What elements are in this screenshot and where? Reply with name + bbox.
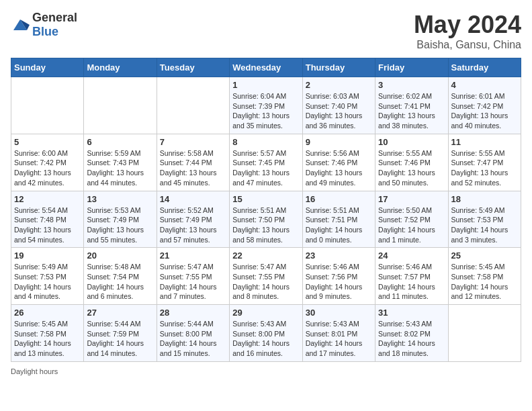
calendar-cell: 15Sunrise: 5:51 AM Sunset: 7:50 PM Dayli…: [230, 191, 302, 248]
calendar-cell: 10Sunrise: 5:55 AM Sunset: 7:46 PM Dayli…: [375, 134, 448, 191]
day-number: 26: [14, 308, 81, 318]
calendar-cell: 7Sunrise: 5:58 AM Sunset: 7:44 PM Daylig…: [157, 134, 229, 191]
calendar-cell: 12Sunrise: 5:54 AM Sunset: 7:48 PM Dayli…: [11, 191, 84, 248]
calendar-cell: 17Sunrise: 5:50 AM Sunset: 7:52 PM Dayli…: [375, 191, 448, 248]
day-number: 27: [87, 308, 153, 318]
day-info: Sunrise: 5:51 AM Sunset: 7:51 PM Dayligh…: [306, 205, 372, 245]
day-number: 29: [232, 308, 299, 318]
calendar-cell: 25Sunrise: 5:45 AM Sunset: 7:58 PM Dayli…: [448, 248, 521, 305]
calendar-cell: 26Sunrise: 5:45 AM Sunset: 7:58 PM Dayli…: [11, 305, 84, 362]
calendar-cell: 9Sunrise: 5:56 AM Sunset: 7:46 PM Daylig…: [302, 134, 375, 191]
day-info: Sunrise: 5:47 AM Sunset: 7:55 PM Dayligh…: [160, 262, 226, 302]
day-info: Sunrise: 5:43 AM Sunset: 8:01 PM Dayligh…: [306, 319, 372, 359]
page-header: General Blue May 2024 Baisha, Gansu, Chi…: [11, 11, 521, 51]
calendar-week-row: 1Sunrise: 6:04 AM Sunset: 7:39 PM Daylig…: [11, 77, 521, 134]
calendar-week-row: 26Sunrise: 5:45 AM Sunset: 7:58 PM Dayli…: [11, 305, 521, 362]
day-info: Sunrise: 6:00 AM Sunset: 7:42 PM Dayligh…: [14, 148, 81, 188]
day-info: Sunrise: 6:02 AM Sunset: 7:41 PM Dayligh…: [378, 91, 445, 131]
day-number: 3: [378, 80, 445, 90]
day-info: Sunrise: 6:01 AM Sunset: 7:42 PM Dayligh…: [451, 91, 518, 131]
calendar-cell: 4Sunrise: 6:01 AM Sunset: 7:42 PM Daylig…: [448, 77, 521, 134]
day-info: Sunrise: 6:04 AM Sunset: 7:39 PM Dayligh…: [232, 91, 299, 131]
calendar-cell: 8Sunrise: 5:57 AM Sunset: 7:45 PM Daylig…: [230, 134, 302, 191]
calendar-cell: 29Sunrise: 5:43 AM Sunset: 8:00 PM Dayli…: [230, 305, 302, 362]
day-info: Sunrise: 5:54 AM Sunset: 7:48 PM Dayligh…: [14, 205, 81, 245]
calendar-cell: 6Sunrise: 5:59 AM Sunset: 7:43 PM Daylig…: [84, 134, 157, 191]
calendar-day-header: Sunday: [11, 58, 84, 77]
calendar-day-header: Thursday: [302, 58, 375, 77]
calendar-cell: 24Sunrise: 5:46 AM Sunset: 7:57 PM Dayli…: [375, 248, 448, 305]
calendar-cell: 28Sunrise: 5:44 AM Sunset: 8:00 PM Dayli…: [157, 305, 229, 362]
calendar-day-header: Friday: [375, 58, 448, 77]
day-number: 10: [378, 137, 445, 147]
day-number: 17: [378, 194, 445, 204]
day-info: Sunrise: 5:45 AM Sunset: 7:58 PM Dayligh…: [14, 319, 81, 359]
day-number: 30: [306, 308, 372, 318]
day-number: 22: [232, 250, 299, 261]
calendar-footer: Daylight hours: [11, 367, 521, 375]
calendar-cell: 31Sunrise: 5:43 AM Sunset: 8:02 PM Dayli…: [375, 305, 448, 362]
day-info: Sunrise: 5:55 AM Sunset: 7:47 PM Dayligh…: [451, 148, 518, 188]
calendar-cell: 3Sunrise: 6:02 AM Sunset: 7:41 PM Daylig…: [375, 77, 448, 134]
logo-blue: Blue: [32, 25, 58, 38]
calendar-cell: 20Sunrise: 5:48 AM Sunset: 7:54 PM Dayli…: [84, 248, 157, 305]
calendar-cell: 14Sunrise: 5:52 AM Sunset: 7:49 PM Dayli…: [157, 191, 229, 248]
calendar-week-row: 5Sunrise: 6:00 AM Sunset: 7:42 PM Daylig…: [11, 134, 521, 191]
day-info: Sunrise: 5:47 AM Sunset: 7:55 PM Dayligh…: [232, 262, 299, 302]
day-info: Sunrise: 5:59 AM Sunset: 7:43 PM Dayligh…: [87, 148, 153, 188]
day-number: 4: [451, 80, 518, 90]
calendar-week-row: 12Sunrise: 5:54 AM Sunset: 7:48 PM Dayli…: [11, 191, 521, 248]
day-info: Sunrise: 5:49 AM Sunset: 7:53 PM Dayligh…: [14, 262, 81, 302]
day-info: Sunrise: 5:56 AM Sunset: 7:46 PM Dayligh…: [306, 148, 372, 188]
day-info: Sunrise: 5:44 AM Sunset: 7:59 PM Dayligh…: [87, 319, 153, 359]
day-info: Sunrise: 5:46 AM Sunset: 7:57 PM Dayligh…: [378, 262, 445, 302]
calendar-cell: 11Sunrise: 5:55 AM Sunset: 7:47 PM Dayli…: [448, 134, 521, 191]
calendar-cell: 1Sunrise: 6:04 AM Sunset: 7:39 PM Daylig…: [230, 77, 302, 134]
calendar-cell: 21Sunrise: 5:47 AM Sunset: 7:55 PM Dayli…: [157, 248, 229, 305]
calendar-table: SundayMondayTuesdayWednesdayThursdayFrid…: [11, 58, 521, 362]
day-number: 14: [160, 194, 226, 204]
day-info: Sunrise: 5:46 AM Sunset: 7:56 PM Dayligh…: [306, 262, 372, 302]
calendar-day-header: Saturday: [448, 58, 521, 77]
day-number: 12: [14, 194, 81, 204]
calendar-cell: 2Sunrise: 6:03 AM Sunset: 7:40 PM Daylig…: [302, 77, 375, 134]
calendar-cell: [448, 305, 521, 362]
calendar-cell: 13Sunrise: 5:53 AM Sunset: 7:49 PM Dayli…: [84, 191, 157, 248]
day-number: 8: [232, 137, 299, 147]
daylight-hours-label: Daylight hours: [11, 367, 58, 375]
title-block: May 2024 Baisha, Gansu, China: [414, 11, 521, 51]
logo: General Blue: [11, 11, 77, 39]
logo-general: General: [32, 11, 77, 24]
calendar-day-header: Tuesday: [157, 58, 229, 77]
calendar-cell: [11, 77, 84, 134]
day-info: Sunrise: 5:49 AM Sunset: 7:53 PM Dayligh…: [451, 205, 518, 245]
day-number: 23: [306, 250, 372, 261]
day-info: Sunrise: 5:48 AM Sunset: 7:54 PM Dayligh…: [87, 262, 153, 302]
day-info: Sunrise: 5:43 AM Sunset: 8:02 PM Dayligh…: [378, 319, 445, 359]
month-year: May 2024: [414, 11, 521, 39]
calendar-cell: [84, 77, 157, 134]
calendar-cell: 16Sunrise: 5:51 AM Sunset: 7:51 PM Dayli…: [302, 191, 375, 248]
logo-text: General Blue: [32, 11, 77, 39]
calendar-cell: 23Sunrise: 5:46 AM Sunset: 7:56 PM Dayli…: [302, 248, 375, 305]
day-number: 21: [160, 250, 226, 261]
calendar-cell: 19Sunrise: 5:49 AM Sunset: 7:53 PM Dayli…: [11, 248, 84, 305]
day-number: 1: [232, 80, 299, 90]
day-number: 18: [451, 194, 518, 204]
logo-icon: [11, 15, 30, 34]
day-number: 15: [232, 194, 299, 204]
day-number: 28: [160, 308, 226, 318]
day-number: 19: [14, 250, 81, 261]
day-number: 24: [378, 250, 445, 261]
day-number: 31: [378, 308, 445, 318]
calendar-cell: 27Sunrise: 5:44 AM Sunset: 7:59 PM Dayli…: [84, 305, 157, 362]
day-info: Sunrise: 6:03 AM Sunset: 7:40 PM Dayligh…: [306, 91, 372, 131]
day-number: 13: [87, 194, 153, 204]
day-number: 2: [306, 80, 372, 90]
day-number: 25: [451, 250, 518, 261]
day-info: Sunrise: 5:45 AM Sunset: 7:58 PM Dayligh…: [451, 262, 518, 302]
day-info: Sunrise: 5:51 AM Sunset: 7:50 PM Dayligh…: [232, 205, 299, 245]
calendar-cell: 18Sunrise: 5:49 AM Sunset: 7:53 PM Dayli…: [448, 191, 521, 248]
day-number: 11: [451, 137, 518, 147]
day-number: 5: [14, 137, 81, 147]
